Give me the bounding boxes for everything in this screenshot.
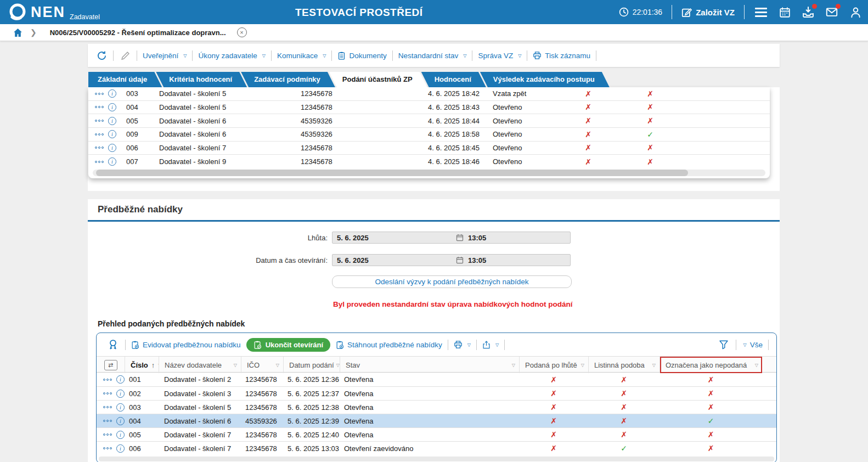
menu-nestandardni-stav[interactable]: Nestandardní stav▽	[398, 52, 467, 60]
column-settings-icon[interactable]: ⇄	[104, 360, 117, 370]
messages-button[interactable]	[825, 5, 839, 19]
download-prelim-offers-button[interactable]: Stáhnout předběžné nabídky	[336, 341, 442, 349]
row-menu-icon[interactable]	[95, 147, 104, 149]
info-icon[interactable]: i	[116, 403, 125, 412]
export-button[interactable]: ▽	[482, 341, 499, 349]
offer-row[interactable]: i001Dodavatel - školení 2123456785. 6. 2…	[97, 373, 776, 386]
calendar-icon[interactable]	[456, 256, 464, 264]
column-header-stav[interactable]: Stav▽	[340, 357, 519, 373]
participation-row[interactable]: i003Dodavatel - školení 5123456784. 6. 2…	[88, 87, 770, 101]
award-button[interactable]	[106, 338, 120, 351]
info-icon[interactable]: i	[108, 117, 116, 125]
column-header-listinna-podoba[interactable]: Listinná podoba▽	[588, 357, 660, 373]
row-menu-icon[interactable]	[95, 161, 104, 163]
opening-field[interactable]: 5. 6. 2025 13:05	[332, 254, 571, 266]
row-menu-icon[interactable]	[103, 392, 112, 395]
info-icon[interactable]: i	[108, 130, 116, 138]
opening-time-value[interactable]: 13:05	[464, 256, 486, 264]
deadline-label: Lhůta:	[88, 234, 332, 242]
deadline-time-value[interactable]: 13:05	[464, 234, 486, 242]
info-icon[interactable]: i	[116, 444, 125, 453]
info-icon[interactable]: i	[116, 375, 125, 384]
scrollbar-thumb[interactable]	[96, 170, 688, 176]
menu-komunikace[interactable]: Komunikace▽	[277, 52, 326, 60]
row-menu-icon[interactable]	[103, 406, 112, 408]
deadline-field[interactable]: 5. 6. 2025 13:05	[332, 232, 571, 244]
tab-podani-ucastniku-zp[interactable]: Podání účastníků ZP	[329, 72, 427, 87]
row-menu-icon[interactable]	[95, 93, 104, 95]
create-vz-button[interactable]: Založit VZ	[681, 7, 735, 18]
offer-row[interactable]: i005Dodavatel - školení 7123456785. 6. 2…	[97, 427, 776, 441]
participation-row[interactable]: i009Dodavatel - školení 6453593264. 6. 2…	[88, 128, 770, 142]
breadcrumb-item[interactable]: N006/25/V00005292 - Řešení optimalizace …	[50, 29, 226, 37]
info-icon[interactable]: i	[116, 431, 125, 439]
opening-date-value[interactable]: 5. 6. 2025	[332, 256, 456, 264]
profile-button[interactable]	[848, 5, 863, 19]
column-header-oznacena-jako-nepodana[interactable]: Označena jako nepodaná▽	[660, 357, 762, 373]
column-filter-icon[interactable]: ▽	[755, 363, 758, 368]
tab-vysledek-zadavaciho-postupu[interactable]: Výsledek zadávacího postupu	[480, 72, 610, 87]
offer-row[interactable]: i002Dodavatel - školení 3123456785. 6. 2…	[97, 386, 776, 400]
participation-row[interactable]: i006Dodavatel - školení 7123456784. 6. 2…	[88, 142, 770, 155]
offer-row[interactable]: i003Dodavatel - školení 5123456785. 6. 2…	[97, 400, 776, 414]
info-icon[interactable]: i	[108, 89, 116, 98]
nen-logo[interactable]: NEN Zadavatel	[8, 2, 100, 22]
column-filter-icon[interactable]: ▽	[234, 363, 237, 368]
close-icon[interactable]: ×	[237, 27, 247, 37]
column-filter-icon[interactable]: ▽	[336, 363, 340, 368]
row-number: 003	[125, 403, 159, 412]
menu-uverejneni[interactable]: Uveřejnění▽	[143, 52, 187, 60]
menu-dokumenty[interactable]: Dokumenty	[337, 52, 386, 60]
menu-ukony-zadavatele[interactable]: Úkony zadavatele▽	[198, 52, 265, 60]
menu-tisk-zaznamu[interactable]: Tisk záznamu	[533, 51, 590, 60]
refresh-icon	[97, 50, 107, 61]
tab-kriteria-hodnoceni[interactable]: Kritéria hodnocení	[156, 72, 247, 87]
print-button[interactable]: ▽	[454, 340, 471, 349]
offer-row[interactable]: i006Dodavatel - školení 7123456785. 6. 2…	[97, 441, 776, 455]
finish-opening-button[interactable]: Ukončit otevírání	[246, 338, 330, 352]
calendar-icon[interactable]	[456, 234, 464, 241]
column-filter-icon[interactable]: ▽	[512, 363, 515, 368]
row-menu-icon[interactable]	[103, 433, 112, 436]
info-icon[interactable]: i	[108, 103, 116, 111]
view-filter-all[interactable]: ▽ Vše	[742, 341, 763, 349]
tab-zadavaci-podminky[interactable]: Zadávací podmínky	[241, 72, 335, 87]
calendar-button[interactable]	[777, 5, 792, 19]
chevron-down-icon: ▽	[495, 342, 499, 347]
column-filter-icon[interactable]: ▽	[652, 363, 656, 368]
refresh-button[interactable]	[95, 49, 108, 61]
filter-button[interactable]	[717, 338, 730, 351]
menu-sprava-vz[interactable]: Správa VZ▽	[478, 52, 521, 60]
info-icon[interactable]: i	[108, 157, 116, 166]
register-prelim-offer-button[interactable]: Evidovat předběžnou nabídku	[131, 341, 241, 349]
row-menu-icon[interactable]	[103, 379, 112, 381]
horizontal-scrollbar[interactable]	[99, 457, 774, 461]
column-header-cislo[interactable]: Číslo↑▽	[125, 357, 159, 373]
offer-row[interactable]: i004Dodavatel - školení 6453593265. 6. 2…	[97, 414, 776, 427]
participation-row[interactable]: i004Dodavatel - školení 5123456784. 6. 2…	[88, 101, 770, 115]
column-header-nazev-dodavatele[interactable]: Název dodavatele▽	[159, 357, 241, 373]
column-filter-icon[interactable]: ▽	[276, 363, 279, 368]
send-invitation-button[interactable]: Odeslání výzvy k podání předběžných nabí…	[332, 275, 572, 288]
column-header-ico[interactable]: IČO▽	[241, 357, 283, 373]
menu-button[interactable]	[754, 5, 768, 19]
participation-row[interactable]: i005Dodavatel - školení 6453593264. 6. 2…	[88, 114, 770, 128]
column-header-podana-po-lhute[interactable]: Podaná po lhůtě▽	[519, 357, 588, 373]
tab-zakladni-udaje[interactable]: Základní údaje	[88, 72, 162, 87]
home-icon[interactable]	[13, 28, 22, 37]
edit-record-button[interactable]	[119, 49, 131, 61]
info-icon[interactable]: i	[116, 417, 125, 425]
inbox-button[interactable]	[801, 5, 815, 19]
row-menu-icon[interactable]	[103, 420, 112, 422]
deadline-date-value[interactable]: 5. 6. 2025	[332, 234, 456, 242]
row-menu-icon[interactable]	[103, 447, 112, 449]
row-menu-icon[interactable]	[95, 120, 104, 122]
info-icon[interactable]: i	[108, 144, 116, 152]
info-icon[interactable]: i	[116, 390, 125, 398]
participation-row[interactable]: i007Dodavatel - školení 9123456784. 6. 2…	[88, 155, 770, 168]
column-filter-icon[interactable]: ▽	[581, 363, 584, 368]
row-menu-icon[interactable]	[95, 133, 104, 136]
column-header-datum-podani[interactable]: Datum podání▽	[283, 357, 340, 373]
row-menu-icon[interactable]	[95, 106, 104, 108]
tab-hodnoceni[interactable]: Hodnocení	[421, 72, 486, 87]
